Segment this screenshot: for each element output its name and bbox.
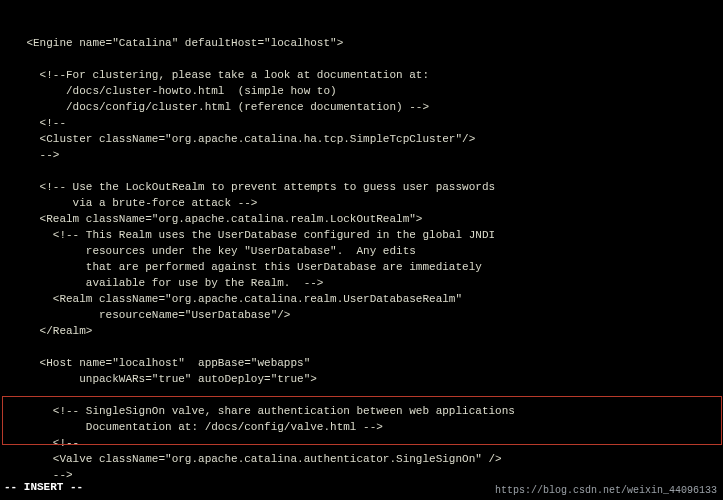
- code-line: <!-- Use the LockOutRealm to prevent att…: [0, 180, 723, 196]
- code-line: [0, 340, 723, 356]
- code-line: <!--: [0, 116, 723, 132]
- code-line: <!-- This Realm uses the UserDatabase co…: [0, 228, 723, 244]
- code-line: <Engine name="Catalina" defaultHost="loc…: [0, 36, 723, 52]
- code-line: [0, 52, 723, 68]
- code-line: available for use by the Realm. -->: [0, 276, 723, 292]
- vim-mode-indicator: -- INSERT --: [4, 480, 83, 496]
- code-line: that are performed against this UserData…: [0, 260, 723, 276]
- code-line: </Realm>: [0, 324, 723, 340]
- code-line: -->: [0, 468, 723, 484]
- code-line: resources under the key "UserDatabase". …: [0, 244, 723, 260]
- code-line: [0, 164, 723, 180]
- code-line: Documentation at: /docs/config/valve.htm…: [0, 420, 723, 436]
- code-line: <!-- SingleSignOn valve, share authentic…: [0, 404, 723, 420]
- code-line: resourceName="UserDatabase"/>: [0, 308, 723, 324]
- terminal-editor[interactable]: <Engine name="Catalina" defaultHost="loc…: [0, 0, 723, 500]
- code-line: <!--For clustering, please take a look a…: [0, 68, 723, 84]
- code-line: via a brute-force attack -->: [0, 196, 723, 212]
- code-line: <Host name="localhost" appBase="webapps": [0, 356, 723, 372]
- code-line: unpackWARs="true" autoDeploy="true">: [0, 372, 723, 388]
- code-line: /docs/config/cluster.html (reference doc…: [0, 100, 723, 116]
- code-line: <Realm className="org.apache.catalina.re…: [0, 212, 723, 228]
- code-line: -->: [0, 148, 723, 164]
- code-line: <!--: [0, 436, 723, 452]
- code-line: [0, 388, 723, 404]
- code-line: <Cluster className="org.apache.catalina.…: [0, 132, 723, 148]
- watermark-text: https://blog.csdn.net/weixin_44096133: [495, 484, 717, 499]
- code-line: /docs/cluster-howto.html (simple how to): [0, 84, 723, 100]
- code-line: <Realm className="org.apache.catalina.re…: [0, 292, 723, 308]
- code-line: <Valve className="org.apache.catalina.au…: [0, 452, 723, 468]
